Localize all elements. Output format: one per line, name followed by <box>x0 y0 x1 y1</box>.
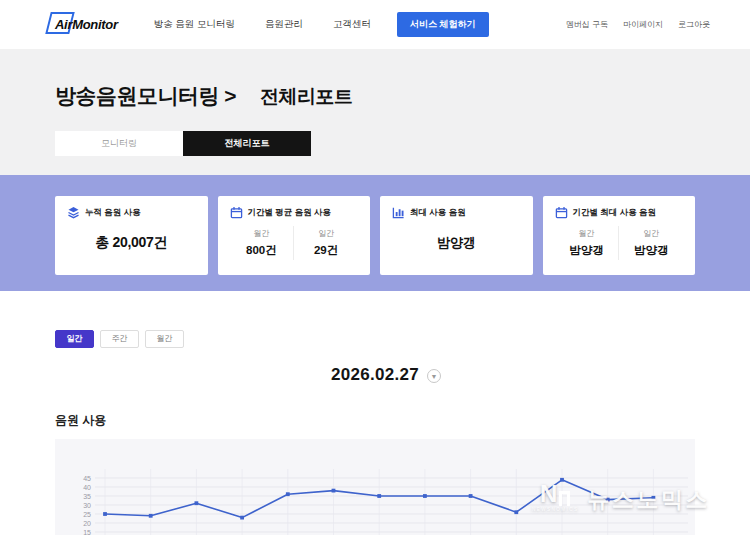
report-tabs: 모니터링 전체리포트 <box>55 131 695 156</box>
period-top-track-columns: 월간 밤양갱 일간 밤양갱 <box>555 219 684 267</box>
filter-weekly[interactable]: 주간 <box>100 330 139 348</box>
nav-item-monitoring[interactable]: 방송 음원 모니터링 <box>154 18 235 31</box>
monthly-average: 월간 800건 <box>230 228 294 258</box>
logo-text: AirMonitor <box>55 17 118 32</box>
monthly-value: 밤양갱 <box>555 243 619 258</box>
filter-daily[interactable]: 일간 <box>55 330 94 348</box>
card-top-track-head: 최대 사용 음원 <box>392 206 521 219</box>
card-period-top-track: 기간별 최대 사용 음원 월간 밤양갱 일간 밤양갱 <box>543 196 696 275</box>
svg-text:45: 45 <box>83 475 91 482</box>
page-title: 방송음원모니터링 > <box>55 82 236 110</box>
daily-top-track: 일간 밤양갱 <box>619 228 683 258</box>
nav-item-customer-center[interactable]: 고객센터 <box>333 18 371 31</box>
card-total-usage-head: 누적 음원 사용 <box>67 206 196 219</box>
nav-item-music-management[interactable]: 음원관리 <box>265 18 303 31</box>
daily-value: 밤양갱 <box>619 243 683 258</box>
membership-link[interactable]: 멤버십 구독 <box>566 19 608 30</box>
card-title: 기간별 평균 음원 사용 <box>248 207 332 219</box>
report-section: 일간 주간 월간 2026.02.27 ▼ 음원 사용 454035302520… <box>0 330 750 535</box>
layers-icon <box>67 206 80 219</box>
calendar-icon <box>230 206 243 219</box>
card-top-track: 최대 사용 음원 밤양갱 <box>380 196 533 275</box>
card-title: 기간별 최대 사용 음원 <box>573 207 657 219</box>
top-navbar: AirMonitor 방송 음원 모니터링 음원관리 고객센터 서비스 체험하기… <box>0 0 750 50</box>
breadcrumb: 방송음원모니터링 > 전체리포트 <box>55 82 695 110</box>
daily-label: 일간 <box>294 228 358 239</box>
monthly-top-track: 월간 밤양갱 <box>555 228 619 258</box>
chart-title: 음원 사용 <box>55 412 695 429</box>
page-subtitle: 전체리포트 <box>260 84 353 110</box>
page-title-section: 방송음원모니터링 > 전체리포트 모니터링 전체리포트 <box>0 50 750 175</box>
monthly-label: 월간 <box>230 228 294 239</box>
stats-summary-band: 누적 음원 사용 총 20,007건 기간별 평균 음원 사용 월간 800건 … <box>0 175 750 291</box>
svg-text:35: 35 <box>83 493 91 500</box>
card-title: 누적 음원 사용 <box>85 207 141 219</box>
total-usage-value: 총 20,007건 <box>67 219 196 267</box>
svg-text:15: 15 <box>83 529 91 535</box>
svg-text:40: 40 <box>83 484 91 491</box>
daily-label: 일간 <box>619 228 683 239</box>
calendar-icon <box>555 206 568 219</box>
main-nav: 방송 음원 모니터링 음원관리 고객센터 <box>154 18 371 31</box>
tab-full-report[interactable]: 전체리포트 <box>183 131 311 156</box>
usage-line-chart: 4540353025201510 <box>55 439 695 535</box>
logout-link[interactable]: 로그아웃 <box>678 19 710 30</box>
chevron-down-icon[interactable]: ▼ <box>427 369 441 383</box>
usage-chart-panel: 4540353025201510 <box>55 439 695 535</box>
date-selector-row: 2026.02.27 ▼ <box>55 365 695 389</box>
card-title: 최대 사용 음원 <box>410 207 466 219</box>
daily-average: 일간 29건 <box>294 228 358 258</box>
svg-text:30: 30 <box>83 502 91 509</box>
card-average-usage-head: 기간별 평균 음원 사용 <box>230 206 359 219</box>
daily-value: 29건 <box>294 243 358 258</box>
average-usage-columns: 월간 800건 일간 29건 <box>230 219 359 267</box>
selected-date: 2026.02.27 <box>331 365 419 384</box>
mypage-link[interactable]: 마이페이지 <box>623 19 663 30</box>
airmonitor-logo[interactable]: AirMonitor <box>55 17 118 32</box>
svg-text:25: 25 <box>83 511 91 518</box>
svg-text:20: 20 <box>83 520 91 527</box>
bar-chart-icon <box>392 206 405 219</box>
utility-links: 멤버십 구독 마이페이지 로그아웃 <box>566 19 710 30</box>
card-average-usage: 기간별 평균 음원 사용 월간 800건 일간 29건 <box>218 196 371 275</box>
top-track-value: 밤양갱 <box>392 219 521 267</box>
card-total-usage: 누적 음원 사용 총 20,007건 <box>55 196 208 275</box>
card-period-top-track-head: 기간별 최대 사용 음원 <box>555 206 684 219</box>
monthly-value: 800건 <box>230 243 294 258</box>
tab-monitoring[interactable]: 모니터링 <box>55 131 183 156</box>
filter-monthly[interactable]: 월간 <box>145 330 184 348</box>
service-trial-button[interactable]: 서비스 체험하기 <box>397 12 489 37</box>
monthly-label: 월간 <box>555 228 619 239</box>
period-filter-group: 일간 주간 월간 <box>55 330 695 348</box>
